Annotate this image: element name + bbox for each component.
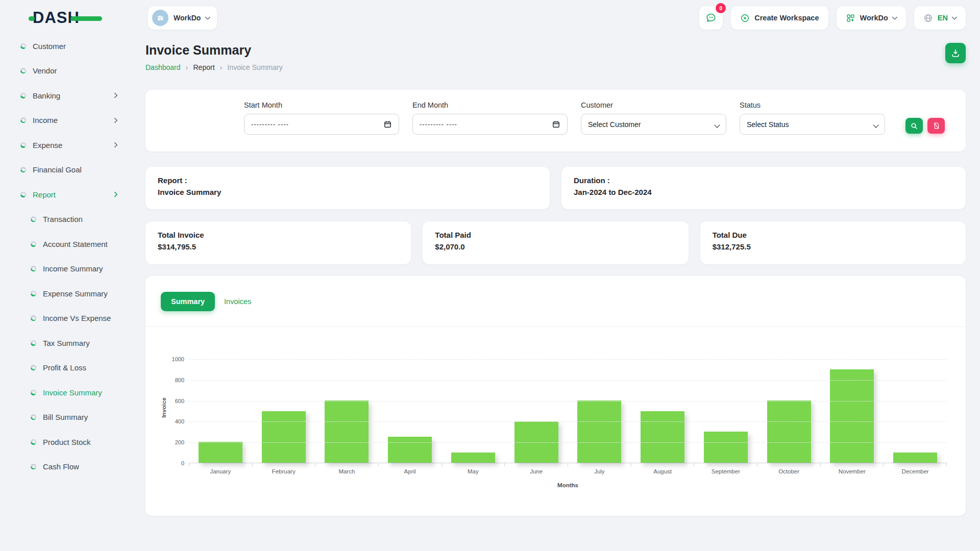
sidebar-item-income[interactable]: Income bbox=[0, 108, 131, 133]
x-tick-label: January bbox=[189, 468, 252, 474]
app-switcher-button[interactable]: WorkDo bbox=[837, 6, 906, 30]
x-tickmark bbox=[189, 463, 189, 466]
sidebar-item-label: Product Stock bbox=[43, 438, 90, 446]
x-tickmark bbox=[820, 463, 821, 466]
x-tick-label: September bbox=[694, 468, 757, 474]
sidebar-item-vendor[interactable]: Vendor bbox=[0, 59, 131, 84]
tab-summary[interactable]: Summary bbox=[161, 292, 215, 311]
sidebar-item-income-summary[interactable]: Income Summary bbox=[0, 257, 131, 282]
bar-november[interactable] bbox=[821, 359, 884, 463]
sidebar-item-income-vs-expense[interactable]: Income Vs Expense bbox=[0, 306, 131, 331]
sidebar-item-bill-summary[interactable]: Bill Summary bbox=[0, 405, 131, 430]
sidebar-item-label: Expense Summary bbox=[43, 289, 108, 298]
duration-card-title: Duration : bbox=[574, 176, 953, 185]
bar-may[interactable] bbox=[442, 359, 505, 463]
grid-plus-icon bbox=[846, 13, 855, 23]
bar-april[interactable] bbox=[378, 359, 442, 463]
logo-dash-icon bbox=[29, 16, 35, 21]
x-tick-label: October bbox=[757, 468, 821, 474]
sidebar-item-product-stock[interactable]: Product Stock bbox=[0, 430, 131, 455]
sidebar-item-financial-goal[interactable]: Financial Goal bbox=[0, 158, 131, 183]
sidebar-item-expense[interactable]: Expense bbox=[0, 133, 131, 158]
bullet-icon bbox=[20, 192, 26, 197]
reset-filter-button[interactable] bbox=[927, 118, 945, 134]
sidebar-item-transaction[interactable]: Transaction bbox=[0, 207, 131, 232]
page-title: Invoice Summary bbox=[145, 43, 283, 58]
sidebar-item-profit-loss[interactable]: Profit & Loss bbox=[0, 356, 131, 381]
workspace-switcher[interactable]: WorkDo bbox=[148, 6, 217, 30]
sidebar-item-report[interactable]: Report bbox=[0, 182, 131, 207]
sidebar-item-expense-summary[interactable]: Expense Summary bbox=[0, 281, 131, 306]
x-tickmark bbox=[315, 463, 315, 466]
stat-label: Total Invoice bbox=[158, 231, 399, 239]
file-slash-icon bbox=[933, 122, 940, 130]
bullet-icon bbox=[31, 340, 36, 346]
sidebar-item-label: Financial Goal bbox=[33, 165, 82, 174]
apply-filter-button[interactable] bbox=[905, 118, 923, 134]
x-axis-labels: JanuaryFebruaryMarchAprilMayJuneJulyAugu… bbox=[189, 468, 947, 474]
chart-tabs: Summary Invoices bbox=[145, 276, 966, 327]
bullet-icon bbox=[31, 390, 36, 395]
sidebar-item-customer[interactable]: Customer bbox=[0, 34, 131, 59]
create-workspace-button[interactable]: Create Workspace bbox=[731, 6, 828, 30]
download-icon bbox=[950, 48, 961, 58]
gridline bbox=[189, 401, 947, 402]
bullet-icon bbox=[31, 266, 36, 271]
x-tickmark bbox=[757, 463, 757, 466]
bar-october[interactable] bbox=[757, 359, 821, 463]
sidebar-item-invoice-summary[interactable]: Invoice Summary bbox=[0, 380, 131, 405]
main-content: Invoice Summary Dashboard › Report › Inv… bbox=[131, 36, 980, 551]
sidebar-item-label: Customer bbox=[33, 42, 66, 51]
bar-february[interactable] bbox=[252, 359, 315, 463]
bullet-icon bbox=[31, 464, 36, 469]
status-label: Status bbox=[740, 101, 885, 109]
gridline bbox=[189, 421, 947, 422]
bullet-icon bbox=[31, 216, 36, 222]
end-month-input[interactable]: --------- ---- bbox=[412, 114, 568, 135]
breadcrumb-separator: › bbox=[220, 63, 223, 71]
bar-chart: Invoice 02004006008001000 JanuaryFebruar… bbox=[145, 327, 966, 516]
bullet-icon bbox=[20, 93, 26, 98]
messages-button[interactable]: 0 bbox=[699, 6, 723, 30]
y-tick-label: 600 bbox=[175, 398, 184, 404]
sidebar-item-cash-flow[interactable]: Cash Flow bbox=[0, 455, 131, 480]
x-tick-label: February bbox=[252, 468, 315, 474]
bar-august[interactable] bbox=[631, 359, 694, 463]
sidebar-item-label: Account Statement bbox=[43, 240, 108, 248]
y-tick-label: 400 bbox=[175, 418, 184, 424]
sidebar-item-tax-summary[interactable]: Tax Summary bbox=[0, 331, 131, 356]
tab-invoices[interactable]: Invoices bbox=[224, 297, 251, 306]
breadcrumb-report[interactable]: Report bbox=[193, 63, 215, 71]
sidebar-item-label: Vendor bbox=[33, 66, 57, 75]
bullet-icon bbox=[20, 167, 26, 172]
sidebar: ProjectsAccountingCustomerVendorBankingI… bbox=[0, 34, 131, 551]
bullet-icon bbox=[20, 68, 26, 73]
x-tickmark bbox=[946, 463, 947, 466]
sidebar-item-banking[interactable]: Banking bbox=[0, 83, 131, 108]
status-select[interactable]: Select Status bbox=[740, 114, 885, 135]
messages-badge: 0 bbox=[716, 3, 726, 13]
bar-september[interactable] bbox=[694, 359, 757, 463]
chevron-down-icon bbox=[874, 120, 878, 129]
bar-june[interactable] bbox=[505, 359, 568, 463]
bar-march[interactable] bbox=[315, 359, 379, 463]
y-axis-ticks: 02004006008001000 bbox=[160, 359, 184, 463]
language-selector[interactable]: EN bbox=[914, 6, 966, 30]
sidebar-item-label: Income Vs Expense bbox=[43, 314, 111, 322]
bullet-icon bbox=[31, 365, 36, 370]
bar-july[interactable] bbox=[568, 359, 631, 463]
download-report-button[interactable] bbox=[945, 43, 966, 63]
gridline bbox=[189, 442, 947, 443]
customer-select[interactable]: Select Customer bbox=[581, 114, 726, 135]
breadcrumb-dashboard[interactable]: Dashboard bbox=[145, 63, 181, 71]
x-tick-label: December bbox=[884, 468, 947, 474]
start-month-input[interactable]: --------- ---- bbox=[244, 114, 399, 135]
start-month-label: Start Month bbox=[244, 101, 399, 109]
bar bbox=[830, 369, 874, 463]
sidebar-item-account-statement[interactable]: Account Statement bbox=[0, 232, 131, 257]
bar-december[interactable] bbox=[884, 359, 947, 463]
bar-january[interactable] bbox=[189, 359, 252, 463]
chevron-down-icon bbox=[715, 120, 719, 129]
x-tick-label: July bbox=[568, 468, 631, 474]
sidebar-item-label: Expense bbox=[33, 141, 62, 149]
